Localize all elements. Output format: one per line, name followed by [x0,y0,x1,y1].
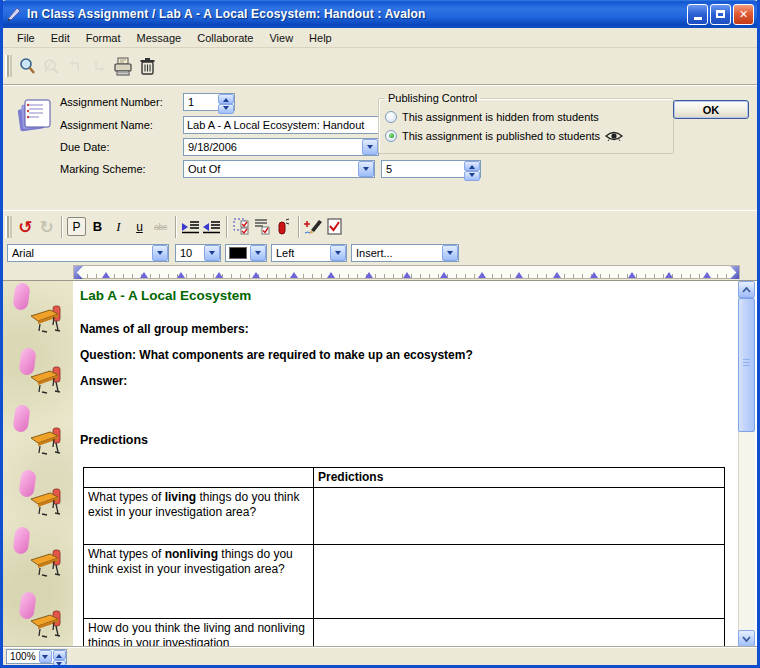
font-family-drop-arrow[interactable] [152,245,168,261]
answer-line: Answer: [80,374,127,388]
header-cell-empty[interactable] [84,468,314,488]
menu-help[interactable]: Help [301,30,340,46]
toolbar-grip[interactable] [5,55,12,77]
scroll-down-button[interactable] [738,630,755,647]
vertical-scrollbar[interactable] [738,281,755,647]
due-date-dropdown[interactable]: 9/18/2006 [183,138,379,156]
published-radio[interactable] [385,130,397,142]
menu-bar: File Edit Format Message Collaborate Vie… [3,28,757,48]
ruler-row [3,264,757,281]
zoom-icon[interactable] [15,54,39,78]
zoom-drop-arrow[interactable] [39,650,52,663]
hidden-radio[interactable] [385,111,397,123]
assignment-number-spin-buttons[interactable] [218,94,234,110]
ok-button[interactable]: OK [673,100,749,119]
application-window: In Class Assignment / Lab A - A Local Ec… [0,0,760,668]
due-date-label: Due Date: [60,141,110,153]
due-date-drop-arrow[interactable] [362,139,378,155]
question-cell[interactable]: What types of nonliving things do you th… [84,545,314,619]
menu-collaborate[interactable]: Collaborate [189,30,261,46]
publishing-control-legend: Publishing Control [385,92,480,104]
answer-cell[interactable] [314,545,725,619]
school-desk-clipart [30,610,62,638]
eraser-clipart [12,526,30,555]
font-color-dropdown[interactable] [225,244,267,262]
school-desk-clipart [30,305,62,333]
title-bar[interactable]: In Class Assignment / Lab A - A Local Ec… [0,0,760,28]
document-page[interactable]: Lab A - A Local Ecosystem Names of all g… [73,281,737,647]
checkbox-group-icon[interactable] [231,216,252,238]
assignment-number-stepper[interactable]: 1 [183,93,235,111]
close-button[interactable]: ✕ [733,4,754,25]
font-size-drop-arrow[interactable] [204,245,220,261]
bold-button[interactable]: B [87,216,108,238]
insert-dropdown[interactable]: Insert... [351,244,459,262]
font-color-drop-arrow[interactable] [250,245,266,261]
strikethrough-button: abc [150,216,171,238]
answer-cell[interactable] [314,619,725,648]
menu-format[interactable]: Format [78,30,129,46]
out-of-spin-buttons[interactable] [464,161,480,177]
table-row: What types of nonliving things do you th… [84,545,725,619]
zoom-spin-buttons[interactable] [53,650,66,663]
assignment-name-field[interactable] [183,116,379,134]
font-size-dropdown[interactable]: 10 [175,244,221,262]
delete-icon[interactable] [135,54,159,78]
editor-toolbar: ↺ ↻ P B I u abc [3,210,757,242]
zoom-level-combo[interactable]: 100% [6,649,67,664]
editor-toolbar-grip[interactable] [5,216,12,238]
marking-scheme-dropdown[interactable]: Out Of [183,160,375,178]
approve-check-icon[interactable] [324,216,345,238]
published-option-row[interactable]: This assignment is published to students [385,126,667,145]
hidden-radio-label: This assignment is hidden from students [402,111,599,123]
format-bar: Arial 10 Left Insert... [3,242,757,264]
published-radio-label: This assignment is published to students [402,130,600,142]
indent-icon[interactable] [180,216,201,238]
hidden-option-row[interactable]: This assignment is hidden from students [385,107,667,126]
table-header-row: Predictions [84,468,725,488]
find-edit-icon [39,54,63,78]
answer-cell[interactable] [314,488,725,545]
print-icon[interactable] [111,54,135,78]
align-dropdown[interactable]: Left [271,244,347,262]
previous-icon [63,54,87,78]
question-cell[interactable]: How do you think the living and nonlivin… [84,619,314,648]
school-desk-clipart [30,427,62,455]
window-title: In Class Assignment / Lab A - A Local Ec… [27,7,682,21]
align-drop-arrow[interactable] [330,245,346,261]
table-row: What types of living things do you think… [84,488,725,545]
undo-icon[interactable]: ↺ [15,216,36,238]
color-swatch [229,247,247,259]
paragraph-button[interactable]: P [66,216,87,238]
minimize-button[interactable] [687,4,708,25]
scrollbar-thumb[interactable] [738,298,755,432]
signature-pen-icon[interactable] [303,216,324,238]
marking-scheme-label: Marking Scheme: [60,163,146,175]
underline-button[interactable]: u [129,216,150,238]
merge-field-icon[interactable] [273,216,294,238]
publishing-control-group: Publishing Control This assignment is hi… [378,92,674,154]
status-bar: 100% [3,647,757,665]
menu-message[interactable]: Message [129,30,190,46]
out-of-stepper[interactable]: 5 [381,160,481,178]
predictions-table: Predictions What types of living things … [83,467,725,647]
ruler [73,265,740,279]
header-cell-predictions[interactable]: Predictions [314,468,725,488]
font-family-dropdown[interactable]: Arial [7,244,169,262]
predictions-heading: Predictions [80,433,148,447]
redo-icon: ↻ [36,216,57,238]
question-cell[interactable]: What types of living things do you think… [84,488,314,545]
italic-button[interactable]: I [108,216,129,238]
menu-edit[interactable]: Edit [43,30,78,46]
maximize-button[interactable] [710,4,731,25]
outdent-icon[interactable] [201,216,222,238]
zoom-level-value: 100% [7,651,39,662]
scroll-up-button[interactable] [738,281,755,298]
marking-scheme-drop-arrow[interactable] [358,161,374,177]
menu-file[interactable]: File [9,30,43,46]
checklist-icon[interactable] [252,216,273,238]
menu-view[interactable]: View [261,30,301,46]
eye-icon [605,130,623,142]
insert-drop-arrow[interactable] [442,245,458,261]
assignment-number-label: Assignment Number: [60,96,163,108]
